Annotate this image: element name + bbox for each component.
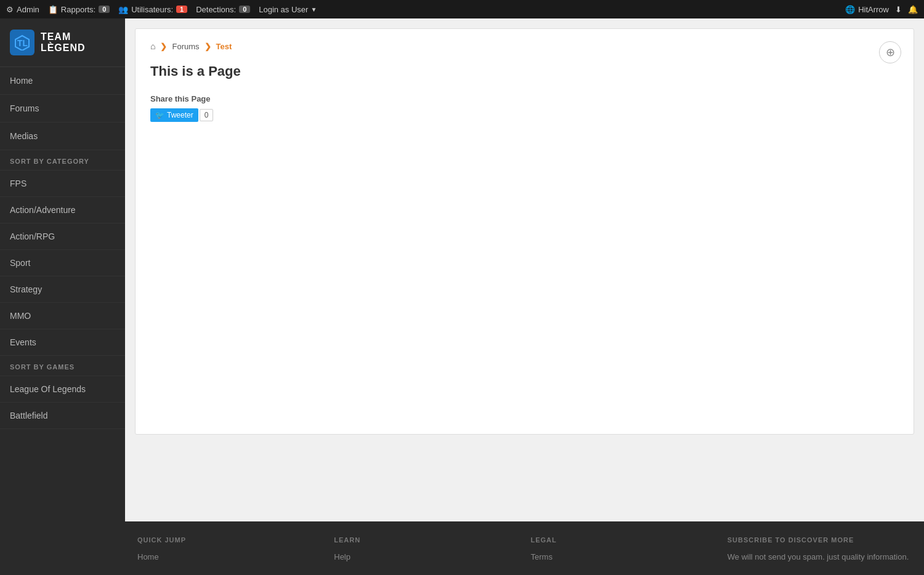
- breadcrumb-current: Test: [216, 42, 232, 51]
- breadcrumb-sep-1: ❯: [160, 42, 167, 51]
- sidebar-item-action-rpg[interactable]: Action/RPG: [0, 223, 125, 250]
- twitter-bird-icon: 🐦: [155, 111, 164, 119]
- topbar-left: ⚙ Admin 📋 Rapports: 0 👥 Utilisateurs: 1 …: [6, 5, 835, 14]
- breadcrumb-sep-2: ❯: [205, 42, 211, 51]
- topbar: ⚙ Admin 📋 Rapports: 0 👥 Utilisateurs: 1 …: [0, 0, 924, 18]
- footer: QUICK JUMP Home LEARN Help LEGAL Terms S…: [125, 521, 924, 576]
- tweet-button[interactable]: 🐦 Tweeter: [150, 108, 198, 122]
- compass-icon: ⊕: [886, 46, 895, 59]
- footer-learn-help[interactable]: Help: [334, 551, 518, 563]
- login-as-user-dropdown[interactable]: Login as User ▼: [259, 5, 317, 14]
- logo-text: TEAM LÈGEND: [41, 31, 115, 54]
- footer-learn: LEARN Help: [334, 536, 518, 563]
- sidebar-item-action-adventure[interactable]: Action/Adventure: [0, 197, 125, 223]
- tweet-count: 0: [200, 109, 214, 121]
- breadcrumb-home-icon[interactable]: ⌂: [150, 41, 155, 51]
- globe-icon: 🌐: [845, 5, 855, 14]
- breadcrumb-forums-link[interactable]: Forums: [172, 42, 199, 51]
- page-title: This is a Page: [150, 63, 899, 79]
- sidebar-item-mmo[interactable]: MMO: [0, 303, 125, 329]
- content-area: ⌂ ❯ Forums ❯ Test ⊕ This is a Page Share…: [125, 18, 924, 521]
- sidebar-item-strategy[interactable]: Strategy: [0, 276, 125, 303]
- compass-button[interactable]: ⊕: [879, 41, 901, 63]
- sidebar-item-battlefield[interactable]: Battlefield: [0, 403, 125, 429]
- footer-learn-title: LEARN: [334, 536, 518, 544]
- hitarrow-label: HitArrow: [858, 5, 889, 14]
- sort-by-category-label: SORT BY CATEGORY: [0, 150, 125, 171]
- detections-badge: 0: [239, 6, 250, 13]
- utilisateurs-icon: 👥: [118, 5, 128, 14]
- main-content: ⌂ ❯ Forums ❯ Test ⊕ This is a Page Share…: [125, 18, 924, 575]
- logo-icon: TL: [10, 30, 34, 55]
- layout: TL TEAM LÈGEND Home Forums Medias SORT B…: [0, 18, 924, 575]
- svg-text:TL: TL: [17, 38, 28, 48]
- sidebar-nav: Home Forums Medias: [0, 67, 125, 150]
- share-label: Share this Page: [150, 94, 899, 103]
- login-as-user-label: Login as User: [259, 5, 308, 14]
- rapports-badge: 0: [99, 6, 110, 13]
- sidebar-item-forums[interactable]: Forums: [0, 95, 125, 123]
- sidebar-item-events[interactable]: Events: [0, 329, 125, 356]
- sidebar-item-fps[interactable]: FPS: [0, 171, 125, 197]
- utilisateurs-badge: 1: [176, 6, 187, 13]
- footer-legal-terms[interactable]: Terms: [531, 551, 715, 563]
- admin-menu-item[interactable]: ⚙ Admin: [6, 5, 39, 14]
- chevron-down-icon: ▼: [310, 6, 317, 13]
- sidebar-item-home[interactable]: Home: [0, 67, 125, 95]
- hitarrow-item[interactable]: 🌐 HitArrow: [845, 5, 889, 14]
- topbar-right: 🌐 HitArrow ⬇ 🔔: [845, 5, 918, 14]
- footer-subscribe-text: We will not send you spam. just quality …: [727, 551, 912, 563]
- footer-legal: LEGAL Terms: [531, 536, 715, 563]
- rapports-icon: 📋: [48, 5, 58, 14]
- footer-subscribe: SUBSCRIBE TO DISCOVER MORE We will not s…: [727, 536, 912, 563]
- footer-quick-jump-home[interactable]: Home: [137, 551, 322, 563]
- admin-label: Admin: [17, 5, 39, 14]
- sidebar-logo: TL TEAM LÈGEND: [0, 18, 125, 67]
- detections-menu-item[interactable]: Detections: 0: [196, 5, 250, 14]
- utilisateurs-label: Utilisateurs:: [131, 5, 173, 14]
- content-card: ⌂ ❯ Forums ❯ Test ⊕ This is a Page Share…: [135, 28, 914, 435]
- footer-quick-jump-title: QUICK JUMP: [137, 536, 322, 544]
- sidebar-item-sport[interactable]: Sport: [0, 250, 125, 276]
- logo-svg: TL: [14, 34, 30, 50]
- tweet-button-label: Tweeter: [167, 111, 193, 119]
- detections-label: Detections:: [196, 5, 236, 14]
- sidebar-item-medias[interactable]: Medias: [0, 123, 125, 150]
- breadcrumb: ⌂ ❯ Forums ❯ Test: [150, 41, 899, 51]
- footer-legal-title: LEGAL: [531, 536, 715, 544]
- sidebar: TL TEAM LÈGEND Home Forums Medias SORT B…: [0, 18, 125, 575]
- tweet-row: 🐦 Tweeter 0: [150, 108, 899, 122]
- rapports-label: Rapports:: [61, 5, 95, 14]
- notification-bell-icon[interactable]: 🔔: [908, 5, 918, 14]
- gear-icon: ⚙: [6, 5, 14, 14]
- sort-by-games-label: SORT BY GAMES: [0, 356, 125, 376]
- sidebar-item-league-of-legends[interactable]: League Of Legends: [0, 376, 125, 403]
- footer-subscribe-title: SUBSCRIBE TO DISCOVER MORE: [727, 536, 912, 544]
- rapports-menu-item[interactable]: 📋 Rapports: 0: [48, 5, 110, 14]
- footer-quick-jump: QUICK JUMP Home: [137, 536, 322, 563]
- utilisateurs-menu-item[interactable]: 👥 Utilisateurs: 1: [118, 5, 187, 14]
- share-section: Share this Page 🐦 Tweeter 0: [150, 94, 899, 122]
- download-icon[interactable]: ⬇: [895, 5, 902, 14]
